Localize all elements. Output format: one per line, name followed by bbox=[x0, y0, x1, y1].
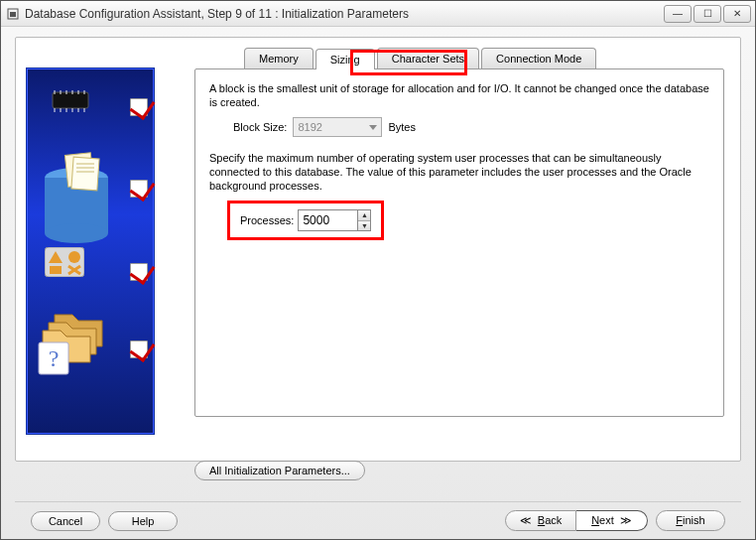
processes-highlight: Processes: ▲ ▼ bbox=[227, 201, 384, 240]
spinner-buttons: ▲ ▼ bbox=[357, 209, 371, 231]
back-button[interactable]: ≪ Back bbox=[505, 510, 576, 531]
svg-rect-19 bbox=[71, 157, 99, 191]
finish-button[interactable]: Finish bbox=[656, 510, 725, 531]
minimize-button[interactable]: — bbox=[664, 5, 692, 23]
svg-text:?: ? bbox=[49, 345, 60, 371]
dialog-window: Database Configuration Assistant, Step 9… bbox=[0, 0, 756, 540]
processes-increment-button[interactable]: ▲ bbox=[358, 210, 370, 221]
tab-content-sizing: A block is the smallest unit of storage … bbox=[194, 68, 724, 417]
svg-point-25 bbox=[68, 251, 80, 263]
step-check-icon bbox=[130, 263, 148, 281]
cancel-button[interactable]: Cancel bbox=[31, 511, 100, 531]
processes-spinner: ▲ ▼ bbox=[298, 209, 371, 231]
window-title: Database Configuration Assistant, Step 9… bbox=[25, 7, 664, 21]
block-size-unit: Bytes bbox=[388, 121, 416, 133]
titlebar[interactable]: Database Configuration Assistant, Step 9… bbox=[1, 1, 755, 27]
close-button[interactable]: ✕ bbox=[723, 5, 751, 23]
folders-icon: ? bbox=[37, 307, 116, 378]
help-button[interactable]: Help bbox=[108, 511, 178, 531]
next-button[interactable]: Next ≫ bbox=[576, 510, 648, 531]
block-size-label: Block Size: bbox=[233, 121, 287, 133]
tab-sizing[interactable]: Sizing bbox=[315, 49, 375, 69]
processes-input[interactable] bbox=[298, 209, 357, 231]
svg-rect-2 bbox=[53, 92, 88, 108]
block-size-value: 8192 bbox=[298, 121, 321, 133]
step-check-icon bbox=[130, 180, 148, 198]
button-bar: Cancel Help ≪ Back Next ≫ Finish bbox=[15, 501, 741, 539]
block-size-row: Block Size: 8192 Bytes bbox=[233, 117, 709, 137]
maximize-button[interactable]: ☐ bbox=[693, 5, 721, 23]
svg-rect-1 bbox=[10, 12, 16, 17]
block-size-description: A block is the smallest unit of storage … bbox=[209, 81, 709, 109]
database-docs-icon bbox=[37, 148, 116, 249]
chip-icon bbox=[45, 86, 96, 118]
processes-description: Specify the maximum number of operating … bbox=[209, 151, 709, 193]
tab-bar: Memory Sizing Character Sets Connection … bbox=[244, 48, 724, 68]
step-check-icon bbox=[130, 340, 148, 358]
main-area: Memory Sizing Character Sets Connection … bbox=[185, 38, 740, 461]
step-check-icon bbox=[130, 98, 148, 116]
tab-character-sets[interactable]: Character Sets bbox=[377, 48, 479, 68]
svg-rect-26 bbox=[50, 266, 62, 274]
wizard-sidebar: ? bbox=[16, 38, 185, 461]
svg-point-17 bbox=[45, 223, 108, 243]
shapes-icon bbox=[45, 247, 84, 279]
all-init-params-button[interactable]: All Initialization Parameters... bbox=[194, 461, 365, 480]
content-panel: ? Memory Sizing Character Sets Connectio… bbox=[15, 37, 741, 462]
content-area: ? Memory Sizing Character Sets Connectio… bbox=[1, 27, 755, 539]
processes-label: Processes: bbox=[240, 214, 294, 226]
tab-memory[interactable]: Memory bbox=[244, 48, 314, 68]
block-size-dropdown: 8192 bbox=[293, 117, 382, 137]
processes-decrement-button[interactable]: ▼ bbox=[358, 221, 370, 231]
window-controls: — ☐ ✕ bbox=[664, 5, 751, 23]
tab-connection-mode[interactable]: Connection Mode bbox=[481, 48, 596, 68]
sidebar-graphic: ? bbox=[26, 68, 155, 435]
app-icon bbox=[5, 6, 21, 22]
